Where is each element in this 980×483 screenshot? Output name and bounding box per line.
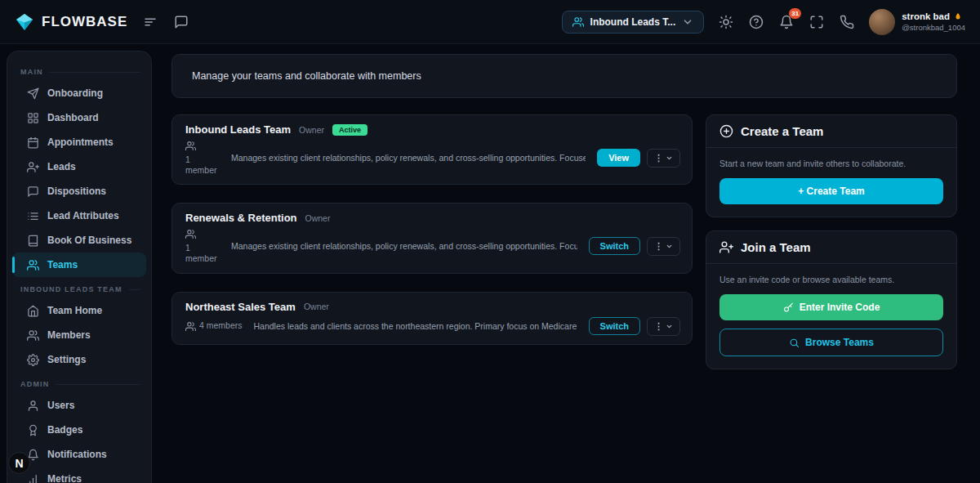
users-icon xyxy=(27,329,39,342)
book-icon xyxy=(27,235,39,247)
team-role: Owner xyxy=(299,125,324,135)
home-icon xyxy=(27,305,39,317)
filter-icon[interactable] xyxy=(142,14,158,30)
sidebar-section-admin: ADMIN xyxy=(20,380,140,388)
sidebar-section-main: MAIN xyxy=(20,68,140,76)
notification-count-badge: 31 xyxy=(789,8,801,19)
team-description: Handles leads and clients across the nor… xyxy=(254,321,577,331)
enter-invite-code-button[interactable]: Enter Invite Code xyxy=(719,294,943,320)
sidebar-item-dispositions[interactable]: Dispositions xyxy=(12,179,146,203)
vertical-dots-icon: ⋮ xyxy=(654,321,663,332)
user-plus-icon xyxy=(719,240,733,254)
sidebar-item-label: Teams xyxy=(47,259,78,271)
sidebar-item-label: Notifications xyxy=(47,449,107,460)
panel-title: Create a Team xyxy=(741,124,823,138)
key-icon xyxy=(783,302,794,313)
panel-subtitle: Use an invite code or browse available t… xyxy=(719,275,943,284)
chevron-down-icon xyxy=(682,16,693,28)
theme-sun-icon[interactable] xyxy=(718,14,734,30)
chat-icon[interactable] xyxy=(173,14,189,30)
flame-icon xyxy=(953,12,963,22)
user-icon xyxy=(27,400,39,412)
create-team-button[interactable]: + Create Team xyxy=(719,178,943,204)
panel-title: Join a Team xyxy=(741,240,811,254)
view-team-button[interactable]: View xyxy=(597,149,640,167)
user-menu[interactable]: stronk bad @stronkbad_1004 xyxy=(869,9,965,35)
banner-text: Manage your teams and collaborate with m… xyxy=(192,70,421,82)
team-selector-dropdown[interactable]: Inbound Leads T... xyxy=(562,11,705,34)
team-options-button[interactable]: ⋮ xyxy=(647,237,680,256)
create-team-panel: Create a Team Start a new team and invit… xyxy=(706,114,957,217)
side-panels: Create a Team Start a new team and invit… xyxy=(706,114,957,369)
sidebar-item-label: Team Home xyxy=(47,305,102,316)
user-name: stronk bad xyxy=(902,11,950,23)
switch-team-button[interactable]: Switch xyxy=(589,237,640,255)
sidebar-item-badges[interactable]: Badges xyxy=(12,418,146,442)
switch-team-button[interactable]: Switch xyxy=(589,317,640,335)
sidebar-item-team-home[interactable]: Team Home xyxy=(12,298,146,323)
search-icon xyxy=(789,338,800,348)
members-icon xyxy=(185,321,196,332)
sidebar-item-label: Members xyxy=(47,329,91,341)
team-role: Owner xyxy=(305,213,331,223)
chevron-down-icon xyxy=(666,154,673,162)
member-count: 1 member xyxy=(185,228,220,264)
sidebar-item-members[interactable]: Members xyxy=(12,323,146,347)
sidebar-item-book-of-business[interactable]: Book Of Business xyxy=(12,228,146,253)
gear-icon xyxy=(27,354,39,366)
n-badge[interactable]: N xyxy=(8,452,30,474)
sidebar-section-team: INBOUND LEADS TEAM xyxy=(20,285,140,293)
chevron-down-icon xyxy=(666,323,673,330)
sidebar-item-settings[interactable]: Settings xyxy=(12,347,146,372)
team-card-inbound-leads: Inbound Leads Team Owner Active 1 member… xyxy=(172,114,693,185)
notifications-bell-icon[interactable]: 31 xyxy=(778,14,795,30)
sidebar-item-label: Leads xyxy=(47,161,76,172)
chat-icon xyxy=(27,186,39,198)
team-options-button[interactable]: ⋮ xyxy=(647,149,680,168)
grid-icon xyxy=(27,112,39,124)
sidebar-item-label: Metrics xyxy=(47,473,82,483)
members-icon xyxy=(185,141,196,151)
team-role: Owner xyxy=(304,302,329,311)
member-count: 4 members xyxy=(185,320,243,332)
send-icon xyxy=(27,87,39,100)
sidebar-item-label: Lead Attributes xyxy=(47,210,119,221)
sidebar-item-label: Dashboard xyxy=(47,112,99,123)
team-options-button[interactable]: ⋮ xyxy=(647,317,680,336)
award-icon xyxy=(27,424,39,436)
sidebar-item-notifications[interactable]: Notifications xyxy=(12,442,146,467)
sidebar-item-dashboard[interactable]: Dashboard xyxy=(12,105,146,130)
sidebar-item-users[interactable]: Users xyxy=(12,393,146,418)
help-icon[interactable] xyxy=(748,14,764,30)
member-count-label: 1 member xyxy=(185,243,220,264)
teams-list: Inbound Leads Team Owner Active 1 member… xyxy=(172,114,693,345)
sidebar-item-label: Appointments xyxy=(47,136,114,148)
member-count-label: 1 member xyxy=(185,154,220,176)
sidebar-item-teams[interactable]: Teams xyxy=(12,253,146,277)
users-icon xyxy=(27,259,39,271)
page-banner: Manage your teams and collaborate with m… xyxy=(172,54,957,98)
browse-teams-button[interactable]: Browse Teams xyxy=(719,329,943,356)
sidebar-item-label: Users xyxy=(47,400,74,411)
team-card-northeast-sales: Northeast Sales Team Owner 4 members Han… xyxy=(172,292,693,345)
phone-icon[interactable] xyxy=(839,14,855,30)
sidebar-item-label: Dispositions xyxy=(47,186,106,197)
calendar-icon xyxy=(27,136,39,149)
sidebar-item-appointments[interactable]: Appointments xyxy=(12,130,146,154)
team-name: Northeast Sales Team xyxy=(185,301,296,313)
team-description: Manages existing client relationships, p… xyxy=(231,241,577,251)
fullscreen-icon[interactable] xyxy=(808,14,825,30)
sidebar-item-metrics[interactable]: Metrics xyxy=(12,467,146,483)
vertical-dots-icon: ⋮ xyxy=(654,153,663,163)
member-count: 1 member xyxy=(185,140,220,176)
sidebar: MAIN Onboarding Dashboard Appointments L… xyxy=(7,51,152,483)
avatar xyxy=(869,9,895,35)
brand[interactable]: FLOWBASE xyxy=(15,12,127,32)
sidebar-item-leads[interactable]: Leads xyxy=(12,154,146,179)
bar-chart-icon xyxy=(27,473,39,483)
panel-subtitle: Start a new team and invite others to co… xyxy=(719,159,943,168)
team-name: Renewals & Retention xyxy=(185,212,297,224)
chevron-down-icon xyxy=(666,243,673,250)
sidebar-item-onboarding[interactable]: Onboarding xyxy=(12,81,146,105)
sidebar-item-lead-attributes[interactable]: Lead Attributes xyxy=(12,203,146,228)
